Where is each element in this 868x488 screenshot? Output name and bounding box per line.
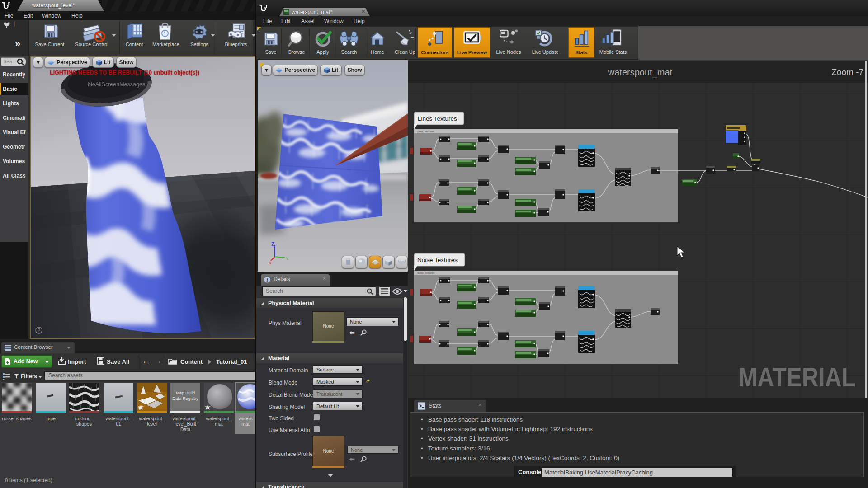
svg-text:Zoom -7: Zoom -7 bbox=[831, 67, 863, 77]
svg-text:waterspout_mat: waterspout_mat bbox=[608, 67, 673, 78]
svg-text:Lines Textures: Lines Textures bbox=[417, 130, 434, 133]
svg-text:MATERIAL: MATERIAL bbox=[738, 362, 856, 392]
svg-text:Z: Z bbox=[271, 241, 274, 248]
svg-text:Noise Textures: Noise Textures bbox=[417, 272, 435, 274]
svg-text:?: ? bbox=[38, 328, 40, 333]
svg-text:X: X bbox=[269, 261, 271, 265]
svg-text:Noise Textures: Noise Textures bbox=[417, 257, 458, 263]
svg-text:Y: Y bbox=[286, 256, 288, 261]
svg-text:Lines Textures: Lines Textures bbox=[418, 115, 457, 122]
